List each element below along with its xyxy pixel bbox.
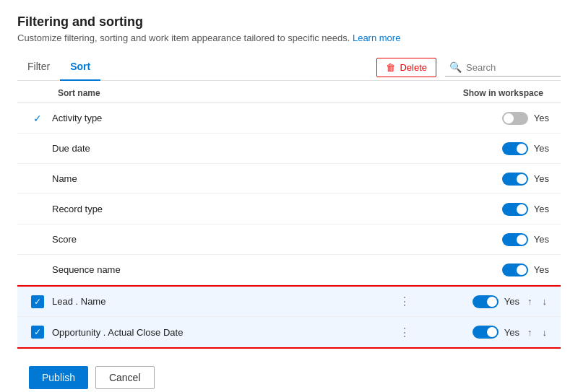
table-row: Name Yes xyxy=(17,164,561,194)
row-name: Lead . Name xyxy=(52,296,390,307)
toggle-label: Yes xyxy=(504,296,519,307)
toggle-activity-type[interactable] xyxy=(502,112,528,125)
row-workspace: Yes ↑ ↓ xyxy=(419,326,549,339)
toggle-track xyxy=(502,142,528,155)
row-workspace: Yes xyxy=(419,203,549,216)
toggle-track xyxy=(502,173,528,186)
trash-icon: 🗑 xyxy=(386,62,395,73)
toggle-label: Yes xyxy=(534,173,549,184)
table-header: Sort name Show in workspace xyxy=(17,81,561,103)
search-box: 🔍 xyxy=(445,58,561,77)
checkbox-checked-icon: ✓ xyxy=(31,295,44,308)
toggle-thumb xyxy=(504,113,514,123)
toggle-thumb xyxy=(517,235,527,245)
table-row-lead-name: ✓ Lead . Name ⋮ Yes ↑ ↓ xyxy=(17,287,561,317)
publish-button[interactable]: Publish xyxy=(29,366,88,389)
toggle-thumb xyxy=(517,144,527,154)
row-workspace: Yes xyxy=(419,142,549,155)
move-up-button[interactable]: ↑ xyxy=(525,295,535,308)
table-row-opportunity-date: ✓ Opportunity . Actual Close Date ⋮ Yes … xyxy=(17,317,561,347)
page-title: Filtering and sorting xyxy=(17,14,561,30)
more-options-icon[interactable]: ⋮ xyxy=(390,326,419,339)
row-check: ✓ xyxy=(29,295,46,308)
toolbar-right: 🗑 Delete 🔍 xyxy=(376,58,561,77)
toggle-thumb xyxy=(517,204,527,214)
table-row: Sequence name Yes xyxy=(17,255,561,285)
move-down-button[interactable]: ↓ xyxy=(540,326,550,339)
toggle-label: Yes xyxy=(534,234,549,245)
delete-button[interactable]: 🗑 Delete xyxy=(376,58,436,77)
toggle-thumb xyxy=(517,174,527,184)
search-input[interactable] xyxy=(466,62,553,73)
col-sortname-header: Sort name xyxy=(29,88,419,98)
toggle-track xyxy=(502,112,528,125)
row-check: ✓ xyxy=(29,113,46,124)
toggle-due-date[interactable] xyxy=(502,142,528,155)
toggle-label: Yes xyxy=(504,327,519,338)
search-icon: 🔍 xyxy=(449,61,462,73)
toggle-score[interactable] xyxy=(502,233,528,246)
toggle-name[interactable] xyxy=(502,173,528,186)
toggle-thumb xyxy=(487,327,497,337)
tab-filter[interactable]: Filter xyxy=(17,55,60,81)
row-workspace: Yes xyxy=(419,233,549,246)
row-name: Activity type xyxy=(52,113,419,123)
row-workspace: Yes ↑ ↓ xyxy=(419,295,549,308)
row-name: Opportunity . Actual Close Date xyxy=(52,327,390,338)
row-check: ✓ xyxy=(29,326,46,339)
checkbox-checked-icon: ✓ xyxy=(31,326,44,339)
table-row: ✓ Activity type Yes xyxy=(17,103,561,134)
footer: Publish Cancel xyxy=(17,354,561,389)
toggle-sequence-name[interactable] xyxy=(502,263,528,276)
toggle-thumb xyxy=(517,265,527,275)
more-options-icon[interactable]: ⋮ xyxy=(390,295,419,308)
table-row: Score Yes xyxy=(17,225,561,255)
move-up-button[interactable]: ↑ xyxy=(525,326,535,339)
selected-rows-wrapper: ✓ Lead . Name ⋮ Yes ↑ ↓ ✓ Opportunity . … xyxy=(17,285,561,349)
toggle-track xyxy=(502,203,528,216)
toggle-track xyxy=(502,263,528,276)
tabs: Filter Sort xyxy=(17,55,100,80)
row-name: Name xyxy=(52,173,419,184)
row-name: Record type xyxy=(52,204,419,214)
table-row: Record type Yes xyxy=(17,194,561,225)
toggle-label: Yes xyxy=(534,204,549,214)
checkmark-icon: ✓ xyxy=(33,113,42,124)
row-workspace: Yes xyxy=(419,173,549,186)
toggle-track xyxy=(502,233,528,246)
tab-sort[interactable]: Sort xyxy=(60,55,100,81)
move-down-button[interactable]: ↓ xyxy=(540,295,550,308)
row-name: Due date xyxy=(52,143,419,154)
toggle-label: Yes xyxy=(534,264,549,275)
rows-container: ✓ Activity type Yes Due date Yes Na xyxy=(17,103,561,285)
toggle-record-type[interactable] xyxy=(502,203,528,216)
toggle-track xyxy=(473,295,499,308)
learn-more-link[interactable]: Learn more xyxy=(353,32,400,43)
row-workspace: Yes xyxy=(419,263,549,276)
tabs-toolbar: Filter Sort 🗑 Delete 🔍 xyxy=(17,55,561,81)
toggle-track xyxy=(473,326,499,339)
cancel-button[interactable]: Cancel xyxy=(95,366,155,389)
toggle-lead-name[interactable] xyxy=(473,295,499,308)
table-row: Due date Yes xyxy=(17,134,561,164)
row-name: Score xyxy=(52,234,419,245)
page-subtitle: Customize filtering, sorting and work it… xyxy=(17,32,561,43)
row-workspace: Yes xyxy=(419,112,549,125)
toggle-opportunity-date[interactable] xyxy=(473,326,499,339)
row-name: Sequence name xyxy=(52,264,419,275)
col-workspace-header: Show in workspace xyxy=(419,88,549,98)
toggle-label: Yes xyxy=(534,143,549,154)
toggle-label: Yes xyxy=(534,113,549,123)
toggle-thumb xyxy=(487,297,497,307)
